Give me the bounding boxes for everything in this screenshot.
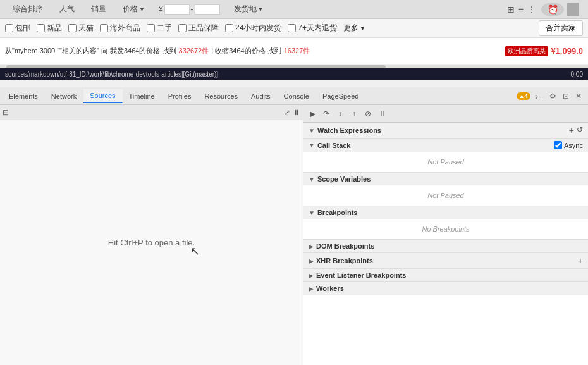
- tab-profiles[interactable]: Profiles: [162, 90, 199, 102]
- product-search-text: 从"myhere 3000 ""相关的内容" 向 我发3464的价格 找到: [5, 46, 176, 56]
- arrow-right-icon-4: ▶: [309, 285, 314, 292]
- console-button[interactable]: ›_: [534, 90, 544, 102]
- arrow-down-icon: ▼: [309, 127, 315, 134]
- workers-section: ▶ Workers: [303, 282, 588, 295]
- event-listener-title: Event Listener Breakpoints: [316, 271, 406, 279]
- product-price: ¥1,099.0: [551, 46, 583, 56]
- debugger-toolbar: ▶ ↷ ↓ ↑ ⊘ ⏸: [303, 105, 588, 123]
- filter-海外商品[interactable]: 海外商品: [100, 23, 140, 34]
- tab-pagespeed[interactable]: PageSpeed: [316, 90, 366, 102]
- filter-包邮[interactable]: 包邮: [5, 23, 30, 34]
- grid-icon[interactable]: ⊞: [507, 4, 515, 15]
- cursor: ↖: [190, 244, 200, 258]
- left-panel-toolbar: ⊟ ⤢ ⏸: [0, 105, 303, 120]
- dom-breakpoints-section: ▶ DOM Breakpoints: [303, 240, 588, 253]
- devtools-body: ⊟ ⤢ ⏸ Hit Ctrl+P to open a file. ↖ ▶ ↷ ↓…: [0, 105, 588, 365]
- tab-timeline[interactable]: Timeline: [123, 90, 162, 102]
- add-xhr-icon[interactable]: +: [578, 256, 583, 266]
- deactivate-icon[interactable]: ⊘: [363, 109, 373, 119]
- call-stack-body: Not Paused: [303, 152, 588, 172]
- breakpoints-body: No Breakpoints: [303, 219, 588, 239]
- event-listener-header[interactable]: ▶ Event Listener Breakpoints: [303, 269, 588, 281]
- filter-新品[interactable]: 新品: [37, 23, 62, 34]
- add-watch-icon[interactable]: +: [569, 125, 574, 135]
- browser-tab-bar: 综合排序 人气 销量 价格 ▼ ¥ - 发货地 ▼ ⊞ ≡ ⋮ ⏰: [0, 0, 588, 19]
- breakpoints-empty: No Breakpoints: [303, 220, 588, 238]
- dom-breakpoints-header[interactable]: ▶ DOM Breakpoints: [303, 240, 588, 252]
- workers-header[interactable]: ▶ Workers: [303, 282, 588, 295]
- panel-icon[interactable]: [567, 3, 579, 16]
- tab-价格[interactable]: 价格 ▼: [115, 1, 152, 17]
- filter-7day[interactable]: 7+天内退货: [288, 23, 337, 34]
- dont-pause-icon[interactable]: ⏸: [377, 109, 387, 119]
- scrollbar-thumb[interactable]: [6, 65, 386, 68]
- horizontal-scrollbar[interactable]: [0, 65, 588, 68]
- filter-二手[interactable]: 二手: [147, 23, 172, 34]
- open-file-hint: Hit Ctrl+P to open a file.: [108, 238, 195, 247]
- arrow-right-icon: ▶: [309, 243, 314, 250]
- view-icons: ⊞ ≡ ⋮: [507, 4, 540, 15]
- tab-销量[interactable]: 销量: [83, 1, 114, 17]
- breakpoints-title: Breakpoints: [317, 209, 358, 216]
- tab-console[interactable]: Console: [278, 90, 316, 102]
- pause-icon[interactable]: ⏸: [293, 108, 300, 117]
- expand-icon[interactable]: ⤢: [284, 108, 290, 117]
- sources-editor-area: Hit Ctrl+P to open a file. ↖: [0, 120, 303, 365]
- price-max-input[interactable]: [195, 4, 220, 15]
- warning-badge: ▲4: [517, 92, 530, 100]
- arrow-down-icon-3: ▼: [309, 176, 315, 183]
- more-button[interactable]: 更多 ▼: [343, 23, 365, 34]
- arrow-down-icon-2: ▼: [309, 142, 315, 149]
- filter-正品保障[interactable]: 正品保障: [178, 23, 219, 34]
- right-panel-sections: ▼ Watch Expressions + ↺ ▼ Call Stack: [303, 123, 588, 365]
- watch-expressions-title: Watch Expressions: [317, 127, 381, 134]
- step-over-icon[interactable]: ↷: [321, 109, 331, 119]
- tab-综合排序[interactable]: 综合排序: [5, 1, 51, 17]
- step-into-icon[interactable]: ↓: [335, 109, 345, 119]
- settings-icon[interactable]: ⚙: [548, 90, 558, 102]
- dom-breakpoints-title: DOM Breakpoints: [316, 242, 374, 250]
- clock-icon[interactable]: ⏰: [541, 3, 564, 16]
- devtools-panel: Elements Network Sources Timeline Profil…: [0, 87, 588, 365]
- tab-人气[interactable]: 人气: [52, 1, 82, 17]
- product-count1[interactable]: 332672件: [179, 46, 209, 56]
- product-row: 从"myhere 3000 ""相关的内容" 向 我发3464的价格 找到 33…: [0, 38, 588, 65]
- refresh-watch-icon[interactable]: ↺: [577, 125, 583, 135]
- tab-elements[interactable]: Elements: [3, 90, 45, 102]
- filter-24h[interactable]: 24小时内发货: [225, 23, 281, 34]
- resume-icon[interactable]: ▶: [307, 109, 317, 119]
- watch-actions: + ↺: [569, 125, 583, 135]
- list-icon[interactable]: ≡: [518, 4, 524, 15]
- watch-expressions-header[interactable]: ▼ Watch Expressions + ↺: [303, 123, 588, 138]
- watch-expressions-section: ▼ Watch Expressions + ↺: [303, 123, 588, 139]
- step-out-icon[interactable]: ↑: [349, 109, 359, 119]
- chevron-down-icon-2: ▼: [258, 6, 264, 13]
- show-drawers-icon[interactable]: ⊟: [3, 108, 9, 117]
- workers-title: Workers: [316, 285, 344, 292]
- scope-variables-header[interactable]: ▼ Scope Variables: [303, 173, 588, 185]
- tab-发货地[interactable]: 发货地 ▼: [226, 1, 271, 17]
- tab-sources[interactable]: Sources: [83, 89, 122, 103]
- chevron-down-icon-3: ▼: [360, 25, 365, 32]
- call-stack-header[interactable]: ▼ Call Stack Async: [303, 139, 588, 152]
- price-min-input[interactable]: [164, 4, 190, 15]
- merge-sellers-button[interactable]: 合并卖家: [539, 20, 583, 36]
- tab-audits[interactable]: Audits: [245, 90, 278, 102]
- product-count2[interactable]: 16327件: [284, 46, 310, 56]
- breakpoints-header[interactable]: ▼ Breakpoints: [303, 206, 588, 219]
- tab-network[interactable]: Network: [45, 90, 83, 102]
- dock-icon[interactable]: ⊡: [561, 90, 570, 102]
- tab-resources[interactable]: Resources: [198, 90, 245, 102]
- xhr-actions: +: [578, 256, 583, 266]
- close-icon[interactable]: ✕: [574, 90, 583, 102]
- call-stack-title: Call Stack: [317, 142, 351, 149]
- scope-variables-title: Scope Variables: [317, 175, 371, 183]
- xhr-breakpoints-header[interactable]: ▶ XHR Breakpoints +: [303, 253, 588, 268]
- more-icon[interactable]: ⋮: [527, 4, 536, 15]
- status-path: sources/markdown/utf-81_ID:\work\lib\chr…: [5, 71, 566, 78]
- filter-天猫[interactable]: 天猫: [68, 23, 94, 34]
- scope-variables-section: ▼ Scope Variables Not Paused: [303, 173, 588, 206]
- async-checkbox[interactable]: Async: [554, 141, 583, 149]
- devtools-tab-bar: Elements Network Sources Timeline Profil…: [0, 87, 588, 105]
- price-range-input[interactable]: ¥ -: [154, 2, 225, 17]
